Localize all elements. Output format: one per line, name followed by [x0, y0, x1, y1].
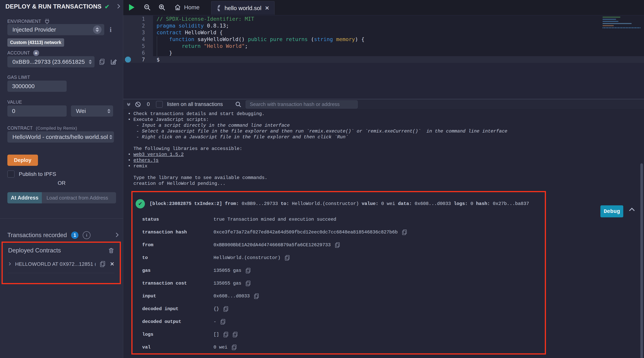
terminal-line: creation of HelloWorld pending...: [128, 181, 644, 186]
minimap[interactable]: [602, 17, 641, 40]
zoom-in-icon[interactable]: [158, 4, 166, 11]
code-line[interactable]: 3contract HelloWorld {: [123, 29, 644, 36]
environment-select-arrows-icon[interactable]: [93, 26, 102, 34]
trash-icon[interactable]: [108, 247, 114, 254]
contract-select-arrows-icon: [109, 135, 112, 139]
account-select[interactable]: 0xBB9...29733 (23.6651825: [7, 56, 94, 68]
transactions-info-icon[interactable]: i: [83, 231, 90, 239]
code-editor[interactable]: 1// SPDX-License-Identifier: MIT2pragma …: [123, 15, 644, 99]
terminal-body[interactable]: • Check transactions details and start d…: [123, 110, 644, 358]
code-line[interactable]: 2pragma solidity 0.8.13;: [123, 22, 644, 29]
gas-limit-input[interactable]: [7, 80, 67, 92]
panel-title: DEPLOY & RUN TRANSACTIONS: [6, 3, 102, 10]
code-text: }: [153, 50, 644, 56]
at-address-row: At Address: [7, 192, 113, 204]
terminal-link[interactable]: web3 version 1.5.2: [134, 152, 184, 157]
edit-account-icon[interactable]: [110, 58, 117, 65]
deployed-contracts-header: Deployed Contracts: [8, 247, 114, 254]
terminal-toolbar: 0 listen on all transactions: [123, 100, 644, 110]
debug-row: Debug: [600, 205, 634, 217]
terminal-scrollbar[interactable]: [640, 163, 643, 358]
terminal-line: • Execute JavaScript scripts:: [128, 117, 644, 123]
terminal-line: • web3 version 1.5.2: [128, 152, 644, 158]
copy-icon[interactable]: [233, 332, 238, 337]
publish-ipfs-checkbox[interactable]: [7, 170, 14, 178]
success-check-icon: ✔: [136, 199, 145, 208]
tab-home[interactable]: Home: [174, 4, 200, 11]
copy-icon[interactable]: [335, 242, 340, 248]
terminal-search-input[interactable]: [246, 100, 358, 108]
at-address-button[interactable]: At Address: [7, 192, 42, 204]
receipt-row: logs[]: [132, 328, 545, 341]
add-account-icon[interactable]: +: [33, 50, 39, 56]
terminal-line: • remix: [128, 163, 644, 169]
contract-value: HelloWorld - contracts/hello world.sol: [12, 134, 109, 140]
receipt-row: input0x608...d0033: [132, 290, 545, 302]
receipt-row-label: logs: [142, 332, 214, 338]
run-play-icon[interactable]: [129, 4, 134, 11]
deployed-contract-label: HELLOWORLD AT 0X972...12851 (B: [15, 261, 96, 267]
line-number: 6: [123, 50, 153, 56]
code-line[interactable]: 1// SPDX-License-Identifier: MIT: [123, 16, 644, 22]
environment-select[interactable]: Injected Provider: [7, 24, 104, 35]
search-icon: [235, 101, 242, 108]
transactions-recorded-row[interactable]: Transactions recorded 1 i: [7, 231, 118, 239]
line-number: 4: [123, 36, 153, 42]
deploy-button[interactable]: Deploy: [7, 154, 38, 166]
code-line[interactable]: 7$: [123, 56, 644, 63]
listen-transactions-checkbox[interactable]: [156, 101, 163, 108]
copy-account-icon[interactable]: [100, 59, 104, 65]
environment-info-icon[interactable]: i: [110, 26, 112, 34]
value-row: Wei: [7, 106, 113, 116]
terminal-line: - Select a Javascript file in the file e…: [128, 128, 644, 134]
clear-console-icon[interactable]: [135, 101, 141, 108]
receipt-row-value: 135055 gas: [214, 280, 242, 286]
value-input[interactable]: [7, 106, 67, 116]
line-number: 5: [123, 42, 153, 50]
tab-file-active[interactable]: hello world.sol ✕: [211, 1, 274, 15]
receipt-row: from0xBB900BbE1A20dA4d474666B79a5fa6CE12…: [132, 239, 545, 252]
environment-label-row: ENVIRONMENT: [7, 18, 50, 24]
terminal-link[interactable]: ethers.js: [134, 158, 159, 163]
at-address-input[interactable]: [42, 192, 116, 204]
close-tab-icon[interactable]: ✕: [265, 5, 269, 11]
copy-icon[interactable]: [246, 268, 250, 273]
deploy-run-panel: DEPLOY & RUN TRANSACTIONS ✔ ENVIRONMENT …: [0, 0, 123, 358]
deployed-contract-item[interactable]: HELLOWORLD AT 0X972...12851 (B ✕: [8, 261, 114, 267]
copy-contract-address-icon[interactable]: [100, 261, 105, 267]
zoom-out-icon[interactable]: [144, 4, 151, 11]
tab-file-label: hello world.sol: [224, 5, 261, 12]
panel-header: DEPLOY & RUN TRANSACTIONS ✔: [6, 3, 120, 10]
line-number: 1: [123, 16, 153, 22]
code-line[interactable]: 4 function sayHelloWorld() public pure r…: [123, 36, 644, 42]
copy-icon[interactable]: [224, 332, 228, 337]
receipt-summary-row[interactable]: ✔ [block:23082875 txIndex:2] from: 0xBB9…: [132, 199, 545, 208]
deployed-contracts-section: Deployed Contracts HELLOWORLD AT 0X972..…: [2, 242, 121, 284]
receipt-row: val0 wei: [132, 341, 545, 354]
copy-icon[interactable]: [221, 319, 225, 324]
copy-icon[interactable]: [224, 306, 228, 312]
receipt-row-label: to: [142, 255, 214, 261]
terminal: 0 listen on all transactions • Check tra…: [123, 100, 644, 358]
code-line[interactable]: 6 }: [123, 50, 644, 56]
debug-button[interactable]: Debug: [600, 205, 623, 217]
copy-icon[interactable]: [402, 230, 407, 235]
copy-icon[interactable]: [232, 345, 236, 350]
collapse-receipt-icon[interactable]: [630, 208, 634, 214]
copy-icon[interactable]: [254, 294, 259, 299]
account-label: ACCOUNT: [7, 50, 30, 56]
contract-select[interactable]: HelloWorld - contracts/hello world.sol: [7, 131, 114, 142]
copy-icon[interactable]: [285, 255, 290, 260]
pending-tx-count: 0: [147, 101, 150, 107]
code-line[interactable]: 5 return "Hello World";: [123, 42, 644, 50]
code-lines: 1// SPDX-License-Identifier: MIT2pragma …: [123, 16, 644, 63]
copy-icon[interactable]: [246, 281, 250, 286]
value-unit-select[interactable]: Wei: [71, 106, 113, 116]
expand-transactions-icon[interactable]: [115, 233, 118, 237]
expand-contract-icon[interactable]: [8, 262, 10, 266]
receipt-row: toHelloWorld.(constructor): [132, 252, 545, 264]
remove-contract-icon[interactable]: ✕: [110, 261, 114, 267]
collapse-panel-button[interactable]: [116, 5, 120, 9]
collapse-terminal-icon[interactable]: [128, 103, 130, 106]
transactions-count-badge: 1: [71, 232, 78, 239]
